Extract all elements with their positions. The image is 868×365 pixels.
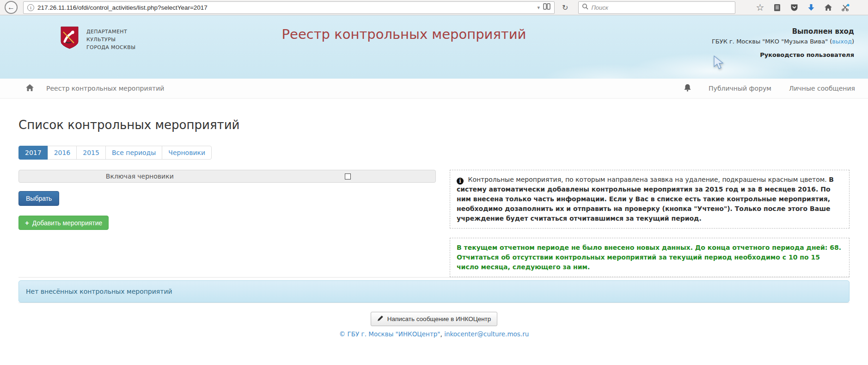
divider-top: [18, 277, 850, 278]
org-name: ГБУК г. Москвы "МКО "Музыка Вива" (: [712, 38, 832, 45]
reader-mode-icon[interactable]: [543, 3, 550, 12]
nav-private-messages[interactable]: Личные сообщения: [789, 85, 855, 92]
home-icon[interactable]: [25, 84, 34, 93]
page: ← i 217.26.11.116/ofdi/control_activitie…: [0, 0, 868, 365]
logout-link[interactable]: выход: [832, 38, 852, 45]
nav-public-forum[interactable]: Публичный форум: [709, 85, 771, 92]
include-drafts-bar: Включая черновики: [18, 170, 436, 183]
include-drafts-checkbox[interactable]: [345, 173, 351, 179]
deadline-notice-box: В текущем отчетном периоде не было внесе…: [450, 238, 850, 277]
footer-copyright: © ГБУ г. Москвы "ИНКОЦентр", inkocenter@…: [18, 330, 850, 338]
footer-message-button[interactable]: Написать сообщение в ИНКОЦентр: [371, 312, 498, 326]
bookmark-star-icon[interactable]: ☆: [754, 1, 766, 13]
info-icon: i: [457, 178, 464, 185]
reading-list-icon[interactable]: [771, 1, 783, 13]
search-box[interactable]: [578, 1, 735, 14]
screenshot-extension-icon[interactable]: [839, 1, 851, 13]
empty-alert: Нет внесённых контрольных мероприятий: [18, 280, 850, 303]
tab-drafts[interactable]: Черновики: [162, 146, 212, 160]
navbar: Реестр контрольных мероприятий Публичный…: [0, 79, 868, 99]
department-name: ДЕПАРТАМЕНТ КУЛЬТУРЫ ГОРОДА МОСКВЫ: [86, 26, 135, 51]
tab-2016[interactable]: 2016: [48, 146, 77, 160]
login-status: Выполнен вход: [609, 27, 854, 36]
footer-copyright-link[interactable]: © ГБУ г. Москвы "ИНКОЦентр": [339, 330, 440, 338]
tab-all-periods[interactable]: Все периоды: [105, 146, 162, 160]
mouse-cursor: [713, 56, 724, 71]
tab-2017[interactable]: 2017: [18, 146, 48, 160]
plus-icon: +: [25, 219, 29, 227]
url-dropdown-icon[interactable]: ▾: [537, 5, 540, 11]
user-manual-link[interactable]: Руководство пользователя: [609, 51, 854, 58]
page-title: Список контрольных мероприятий: [18, 118, 850, 132]
reload-button[interactable]: ↻: [562, 3, 568, 12]
tab-2015[interactable]: 2015: [76, 146, 106, 160]
search-icon: [582, 3, 588, 12]
breadcrumb[interactable]: Реестр контрольных мероприятий: [46, 85, 164, 92]
add-event-button[interactable]: +Добавить мероприятие: [18, 216, 109, 230]
site-header: ДЕПАРТАМЕНТ КУЛЬТУРЫ ГОРОДА МОСКВЫ Реест…: [0, 15, 868, 79]
pocket-icon[interactable]: [788, 1, 800, 13]
moscow-coat-of-arms-logo: [60, 26, 79, 51]
home-button-icon[interactable]: [822, 1, 834, 13]
year-tabs: 2017 2016 2015 Все периоды Черновики: [18, 146, 212, 160]
org-line: ГБУК г. Москвы "МКО "Музыка Вива" (выход…: [609, 38, 854, 45]
footer-email-link[interactable]: inkocenter@culture.mos.ru: [444, 330, 529, 338]
site-title: Реестр контрольных мероприятий: [282, 26, 526, 42]
info-note-text: Контрольные мероприятия, по которым напр…: [468, 176, 826, 183]
browser-toolbar: ← i 217.26.11.116/ofdi/control_activitie…: [0, 0, 868, 15]
search-input[interactable]: [591, 4, 732, 11]
url-bar[interactable]: i 217.26.11.116/ofdi/control_activities/…: [23, 1, 555, 14]
info-box: i Контрольные мероприятия, по которым на…: [450, 170, 850, 229]
back-arrow-icon: ←: [7, 3, 15, 12]
downloads-icon[interactable]: [805, 1, 817, 13]
include-drafts-label: Включая черновики: [19, 173, 261, 180]
pencil-icon: [377, 315, 384, 323]
bell-icon[interactable]: [684, 84, 691, 93]
back-button[interactable]: ←: [5, 1, 18, 14]
url-text: 217.26.11.116/ofdi/control_activities/li…: [37, 4, 208, 11]
page-info-icon[interactable]: i: [27, 4, 34, 11]
divider-bottom: [18, 303, 850, 303]
select-button[interactable]: Выбрать: [18, 191, 59, 206]
